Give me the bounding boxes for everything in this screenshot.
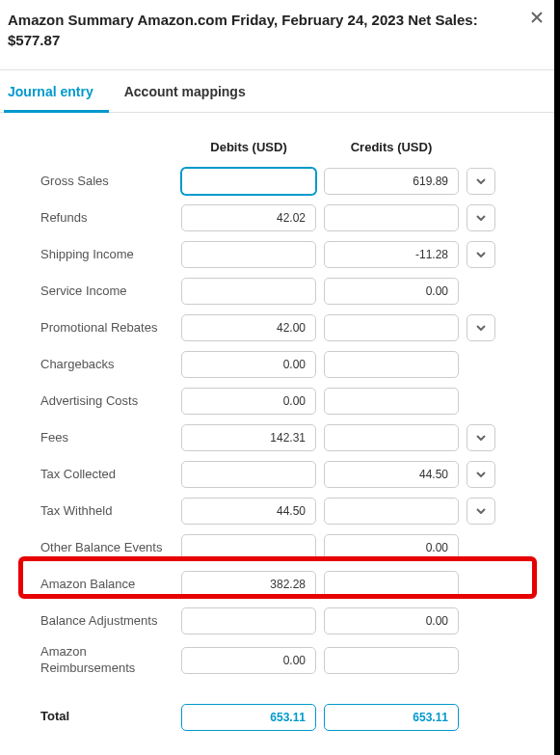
- row-label: Promotional Rebates: [40, 320, 173, 337]
- debit-input[interactable]: [181, 241, 316, 268]
- credit-input[interactable]: [324, 351, 459, 378]
- tabs-bar: Journal entry Account mappings: [0, 69, 560, 113]
- credit-input[interactable]: [324, 461, 459, 488]
- debit-input[interactable]: [181, 607, 316, 634]
- debit-input[interactable]: [181, 498, 316, 525]
- window-right-edge: [554, 0, 560, 755]
- credit-input[interactable]: [324, 241, 459, 268]
- row-label: Service Income: [40, 283, 173, 300]
- expand-row-button[interactable]: [467, 168, 495, 195]
- chevron-down-icon: [476, 215, 486, 221]
- table-row: Gross Sales: [40, 168, 520, 195]
- row-label: Amazon Balance: [40, 577, 173, 593]
- credit-input[interactable]: [324, 204, 459, 231]
- col-header-debits: Debits (USD): [181, 140, 316, 154]
- debit-input[interactable]: [181, 571, 316, 598]
- credit-input[interactable]: [324, 534, 459, 561]
- chevron-down-icon: [476, 472, 486, 477]
- table-row: Tax Collected: [40, 461, 520, 488]
- debit-input[interactable]: [181, 351, 316, 378]
- row-label: Chargebacks: [40, 357, 173, 373]
- col-header-label: [40, 140, 173, 154]
- chevron-down-icon: [476, 325, 486, 331]
- table-row: Advertising Costs: [40, 388, 520, 415]
- chevron-down-icon: [476, 252, 486, 257]
- credit-input[interactable]: [324, 424, 459, 451]
- chevron-down-icon: [476, 508, 486, 514]
- table-header: Debits (USD) Credits (USD): [40, 140, 520, 154]
- total-credit: [324, 704, 459, 731]
- table-row: Service Income: [40, 278, 520, 305]
- expand-row-button[interactable]: [467, 461, 495, 488]
- row-label: Advertising Costs: [40, 393, 173, 410]
- table-row: Balance Adjustments: [40, 607, 520, 634]
- expand-row-button[interactable]: [467, 241, 495, 268]
- chevron-down-icon: [476, 178, 486, 184]
- row-total: Total: [40, 704, 520, 731]
- table-row: Other Balance Events: [40, 534, 520, 561]
- row-label: Shipping Income: [40, 247, 173, 263]
- row-label: Amazon Reimbursements: [40, 644, 173, 677]
- expand-row-button[interactable]: [467, 498, 495, 525]
- table-row: Promotional Rebates: [40, 314, 520, 341]
- table-row: Shipping Income: [40, 241, 520, 268]
- close-icon[interactable]: [529, 10, 545, 25]
- credit-input[interactable]: [324, 571, 459, 598]
- row-label: Fees: [40, 430, 173, 446]
- col-header-credits: Credits (USD): [324, 140, 459, 154]
- debit-input[interactable]: [181, 534, 316, 561]
- modal-header: Amazon Summary Amazon.com Friday, Februa…: [0, 0, 560, 62]
- table-row: Amazon Balance: [40, 571, 520, 598]
- credit-input[interactable]: [324, 498, 459, 525]
- row-label: Tax Collected: [40, 467, 173, 483]
- table-row: Refunds: [40, 204, 520, 231]
- credit-input[interactable]: [324, 278, 459, 305]
- page-title: Amazon Summary Amazon.com Friday, Februa…: [8, 10, 531, 50]
- content-area: Debits (USD) Credits (USD) Gross SalesRe…: [0, 113, 560, 755]
- debit-input[interactable]: [181, 204, 316, 231]
- table-row: Amazon Reimbursements: [40, 644, 520, 677]
- debit-input[interactable]: [181, 278, 316, 305]
- table-row: Chargebacks: [40, 351, 520, 378]
- table-row: Tax Withheld: [40, 498, 520, 525]
- debit-input[interactable]: [181, 388, 316, 415]
- expand-row-button[interactable]: [467, 424, 495, 451]
- expand-row-button[interactable]: [467, 204, 495, 231]
- debit-input[interactable]: [181, 168, 316, 195]
- debit-input[interactable]: [181, 461, 316, 488]
- debit-input[interactable]: [181, 314, 316, 341]
- row-label: Other Balance Events: [40, 540, 173, 556]
- debit-input[interactable]: [181, 647, 316, 674]
- total-debit: [181, 704, 316, 731]
- row-label-total: Total: [40, 709, 173, 725]
- row-label: Gross Sales: [40, 174, 173, 190]
- debit-input[interactable]: [181, 424, 316, 451]
- row-label: Refunds: [40, 210, 173, 227]
- tab-journal-entry[interactable]: Journal entry: [4, 70, 109, 112]
- credit-input[interactable]: [324, 607, 459, 634]
- credit-input[interactable]: [324, 647, 459, 674]
- chevron-down-icon: [476, 435, 486, 441]
- table-row: Fees: [40, 424, 520, 451]
- credit-input[interactable]: [324, 168, 459, 195]
- row-label: Balance Adjustments: [40, 613, 173, 630]
- credit-input[interactable]: [324, 388, 459, 415]
- expand-row-button[interactable]: [467, 314, 495, 341]
- row-label: Tax Withheld: [40, 503, 173, 520]
- tab-account-mappings[interactable]: Account mappings: [124, 70, 261, 112]
- credit-input[interactable]: [324, 314, 459, 341]
